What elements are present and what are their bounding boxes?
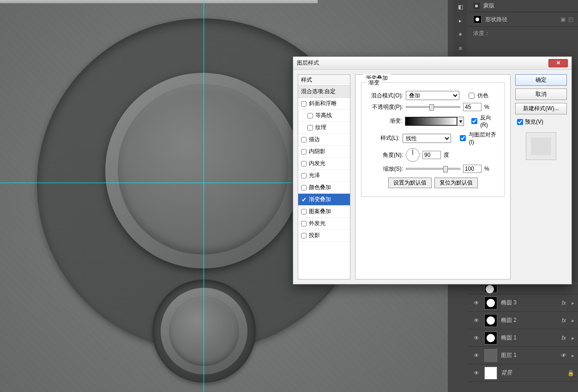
angle-label: 角度(N): [367, 151, 403, 159]
angle-input[interactable] [422, 151, 441, 159]
reset-default-button[interactable]: 复位为默认值 [434, 178, 478, 188]
angle-dial[interactable] [406, 148, 420, 162]
layer-row[interactable]: 👁图层 1👁▸ [469, 347, 578, 364]
style-item-1[interactable]: 等高线 [298, 110, 350, 122]
chevron-right-icon[interactable]: ▸ [572, 300, 574, 306]
style-item-label: 描边 [309, 136, 320, 143]
pixel-mask-icon[interactable]: ▣ [560, 16, 566, 23]
chevron-right-icon[interactable]: ▸ [572, 317, 574, 324]
fx-badge[interactable]: fx [562, 317, 568, 324]
fx-badge[interactable]: fx [562, 335, 568, 341]
play-icon[interactable]: ▸ [455, 17, 465, 25]
style-checkbox[interactable] [301, 149, 307, 154]
guide-vertical[interactable] [204, 0, 204, 392]
style-item-label: 颜色叠加 [309, 184, 331, 191]
close-button[interactable]: ✕ [548, 59, 568, 67]
style-item-label: 等高线 [315, 112, 332, 119]
scale-slider[interactable] [406, 168, 460, 170]
style-item-label: 纹理 [315, 124, 326, 131]
dialog-buttons: 确定 取消 新建样式(W)... 预览(V) [515, 74, 567, 279]
style-checkbox[interactable] [301, 101, 307, 107]
vector-mask-icon[interactable]: ◰ [568, 16, 573, 23]
style-checkbox[interactable] [301, 209, 307, 214]
history-icon[interactable]: ◧ [455, 3, 465, 11]
style-item-11[interactable]: 投影 [298, 230, 350, 242]
gradient-preview [405, 117, 457, 125]
layer-row[interactable]: 👁椭圆 2fx▸ [469, 312, 578, 329]
blend-options-item[interactable]: 混合选项:自定 [298, 86, 350, 98]
density-label: 浓度： [473, 30, 490, 36]
visibility-icon[interactable]: 👁 [472, 370, 481, 376]
layer-name: 图层 1 [501, 351, 517, 359]
chevron-right-icon[interactable]: ▸ [572, 352, 574, 359]
style-item-4[interactable]: 内阴影 [298, 146, 350, 158]
dialog-titlebar[interactable]: 图层样式 ✕ [293, 57, 572, 70]
opacity-label: 不透明度(P): [367, 103, 403, 111]
gradient-picker[interactable]: ▾ [405, 117, 464, 126]
reverse-label: 反向(R) [480, 114, 499, 128]
layers-panel: 👁椭圆 3fx▸👁椭圆 2fx▸👁椭圆 1fx▸👁图层 1👁▸👁背景🔒 [469, 283, 578, 392]
scale-input[interactable] [463, 165, 482, 173]
chevron-down-icon[interactable]: ▾ [457, 117, 464, 125]
scale-label: 缩放(S): [367, 165, 403, 173]
fx-badge[interactable]: fx [562, 300, 568, 306]
styles-header: 样式 [298, 75, 350, 86]
new-style-button[interactable]: 新建样式(W)... [515, 103, 567, 114]
style-checkbox[interactable] [307, 125, 313, 131]
reverse-checkbox[interactable] [471, 118, 477, 124]
adjust-icon[interactable]: 👁 [560, 352, 568, 359]
style-item-2[interactable]: 纹理 [298, 122, 350, 134]
cancel-button[interactable]: 取消 [515, 89, 567, 100]
style-checkbox[interactable] [301, 197, 307, 202]
knob-inner [169, 296, 239, 366]
swatch-icon [473, 15, 482, 24]
style-checkbox[interactable] [301, 233, 307, 238]
pct-label: % [484, 104, 491, 110]
pct-label-2: % [484, 166, 491, 172]
style-item-8[interactable]: 渐变叠加 [298, 194, 350, 206]
set-default-button[interactable]: 设置为默认值 [388, 178, 432, 188]
style-item-5[interactable]: 内发光 [298, 158, 350, 170]
style-item-10[interactable]: 外发光 [298, 218, 350, 230]
style-checkbox[interactable] [301, 221, 307, 226]
style-checkbox[interactable] [301, 137, 307, 143]
masks-panel-header[interactable]: 蒙版 [469, 0, 578, 12]
subsection-title: 渐变 [366, 79, 382, 87]
layer-row[interactable]: 👁椭圆 3fx▸ [469, 294, 578, 312]
align-checkbox[interactable] [460, 135, 466, 141]
style-select[interactable]: 线性 [403, 134, 452, 143]
visibility-icon[interactable]: 👁 [472, 317, 481, 324]
dither-checkbox[interactable] [469, 93, 475, 99]
style-item-7[interactable]: 颜色叠加 [298, 182, 350, 194]
style-item-label: 外发光 [309, 220, 325, 227]
layer-thumb [484, 314, 497, 327]
style-checkbox[interactable] [301, 173, 307, 178]
ok-button[interactable]: 确定 [515, 74, 567, 86]
brush-icon[interactable]: ✶ [455, 30, 465, 39]
preview-label: 预览(V) [525, 118, 543, 126]
style-item-6[interactable]: 光泽 [298, 170, 350, 182]
layer-row[interactable]: 👁背景🔒 [469, 364, 578, 382]
options-column: 渐变叠加 渐变 混合模式(O): 叠加 仿色 不透明度(P): % [355, 74, 511, 279]
gradient-label: 渐变: [367, 117, 402, 125]
layer-thumb [484, 349, 497, 362]
visibility-icon[interactable]: 👁 [472, 352, 481, 359]
adjust-icon[interactable]: ≡ [455, 44, 465, 53]
opacity-slider[interactable] [406, 106, 460, 108]
opacity-input[interactable] [463, 103, 482, 111]
chevron-right-icon[interactable]: ▸ [572, 335, 574, 341]
visibility-icon[interactable]: 👁 [472, 300, 481, 306]
style-item-0[interactable]: 斜面和浮雕 [298, 98, 350, 110]
style-checkbox[interactable] [301, 185, 307, 190]
ring-inner [118, 84, 289, 255]
style-item-9[interactable]: 图案叠加 [298, 206, 350, 218]
layer-name: 背景 [501, 369, 512, 377]
style-item-3[interactable]: 描边 [298, 134, 350, 146]
blend-mode-select[interactable]: 叠加 [406, 91, 459, 100]
layer-row[interactable]: 👁椭圆 1fx▸ [469, 329, 578, 347]
style-checkbox[interactable] [301, 161, 307, 166]
dialog-title: 图层样式 [297, 59, 548, 67]
style-checkbox[interactable] [307, 113, 313, 119]
visibility-icon[interactable]: 👁 [472, 335, 481, 341]
preview-checkbox[interactable] [517, 119, 523, 125]
